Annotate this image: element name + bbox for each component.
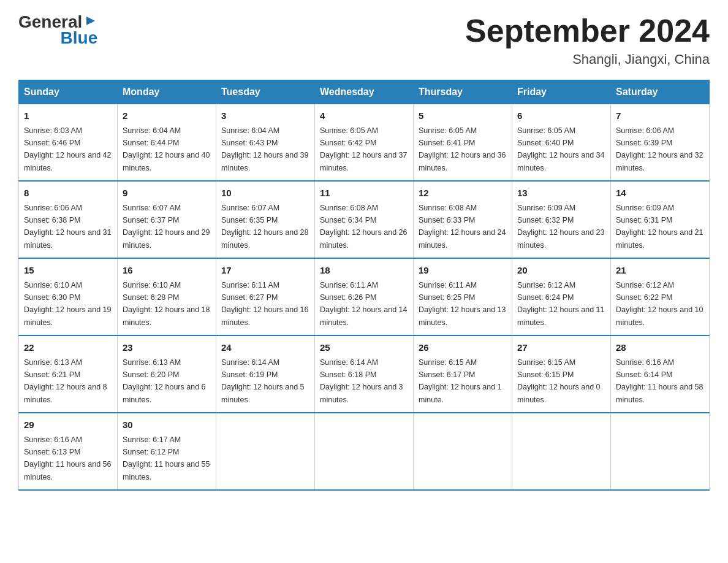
day-number: 20 [517, 264, 605, 278]
day-info: Sunrise: 6:05 AMSunset: 6:40 PMDaylight:… [517, 126, 604, 172]
svg-marker-0 [86, 17, 95, 25]
day-info: Sunrise: 6:13 AMSunset: 6:20 PMDaylight:… [123, 358, 206, 404]
calendar-cell: 14 Sunrise: 6:09 AMSunset: 6:31 PMDaylig… [611, 181, 710, 258]
day-number: 6 [517, 109, 605, 123]
day-info: Sunrise: 6:16 AMSunset: 6:14 PMDaylight:… [616, 358, 703, 404]
day-info: Sunrise: 6:05 AMSunset: 6:42 PMDaylight:… [320, 126, 407, 172]
calendar-cell: 23 Sunrise: 6:13 AMSunset: 6:20 PMDaylig… [118, 335, 216, 413]
day-info: Sunrise: 6:15 AMSunset: 6:17 PMDaylight:… [419, 358, 502, 404]
day-number: 5 [419, 109, 507, 123]
calendar-week-1: 1 Sunrise: 6:03 AMSunset: 6:46 PMDayligh… [19, 104, 710, 182]
col-monday: Monday [118, 80, 216, 104]
calendar-week-5: 29 Sunrise: 6:16 AMSunset: 6:13 PMDaylig… [19, 413, 710, 490]
day-number: 13 [517, 186, 605, 201]
day-number: 25 [320, 341, 408, 355]
calendar-cell: 21 Sunrise: 6:12 AMSunset: 6:22 PMDaylig… [611, 258, 710, 335]
day-number: 29 [24, 418, 112, 432]
day-number: 9 [123, 186, 211, 201]
day-info: Sunrise: 6:07 AMSunset: 6:35 PMDaylight:… [221, 204, 308, 250]
day-number: 15 [24, 264, 112, 278]
day-info: Sunrise: 6:11 AMSunset: 6:25 PMDaylight:… [419, 281, 506, 327]
calendar-cell [315, 413, 414, 490]
calendar-week-3: 15 Sunrise: 6:10 AMSunset: 6:30 PMDaylig… [19, 258, 710, 335]
day-number: 30 [123, 418, 211, 432]
calendar-cell: 18 Sunrise: 6:11 AMSunset: 6:26 PMDaylig… [315, 258, 414, 335]
calendar-cell: 19 Sunrise: 6:11 AMSunset: 6:25 PMDaylig… [414, 258, 512, 335]
day-info: Sunrise: 6:06 AMSunset: 6:39 PMDaylight:… [616, 126, 703, 172]
day-number: 8 [24, 186, 112, 201]
day-info: Sunrise: 6:04 AMSunset: 6:43 PMDaylight:… [221, 126, 308, 172]
day-number: 11 [320, 186, 408, 201]
day-number: 22 [24, 341, 112, 355]
calendar-cell: 12 Sunrise: 6:08 AMSunset: 6:33 PMDaylig… [414, 181, 512, 258]
day-info: Sunrise: 6:03 AMSunset: 6:46 PMDaylight:… [24, 126, 111, 172]
calendar-week-2: 8 Sunrise: 6:06 AMSunset: 6:38 PMDayligh… [19, 181, 710, 258]
calendar-cell: 13 Sunrise: 6:09 AMSunset: 6:32 PMDaylig… [512, 181, 611, 258]
day-info: Sunrise: 6:12 AMSunset: 6:22 PMDaylight:… [616, 281, 703, 327]
calendar-cell: 16 Sunrise: 6:10 AMSunset: 6:28 PMDaylig… [118, 258, 216, 335]
day-info: Sunrise: 6:10 AMSunset: 6:30 PMDaylight:… [24, 281, 111, 327]
day-number: 27 [517, 341, 605, 355]
day-number: 17 [221, 264, 309, 278]
calendar-cell: 11 Sunrise: 6:08 AMSunset: 6:34 PMDaylig… [315, 181, 414, 258]
calendar-header: Sunday Monday Tuesday Wednesday Thursday… [19, 80, 710, 104]
calendar-cell: 8 Sunrise: 6:06 AMSunset: 6:38 PMDayligh… [19, 181, 118, 258]
day-number: 19 [419, 264, 507, 278]
calendar-cell [611, 413, 710, 490]
calendar-cell: 30 Sunrise: 6:17 AMSunset: 6:12 PMDaylig… [118, 413, 216, 490]
day-info: Sunrise: 6:14 AMSunset: 6:18 PMDaylight:… [320, 358, 403, 404]
col-wednesday: Wednesday [315, 80, 414, 104]
month-title: September 2024 [465, 12, 710, 49]
calendar-body: 1 Sunrise: 6:03 AMSunset: 6:46 PMDayligh… [19, 104, 710, 491]
calendar-week-4: 22 Sunrise: 6:13 AMSunset: 6:21 PMDaylig… [19, 335, 710, 413]
calendar-cell: 5 Sunrise: 6:05 AMSunset: 6:41 PMDayligh… [414, 104, 512, 182]
calendar-cell: 26 Sunrise: 6:15 AMSunset: 6:17 PMDaylig… [414, 335, 512, 413]
day-info: Sunrise: 6:05 AMSunset: 6:41 PMDaylight:… [419, 126, 506, 172]
calendar-cell: 6 Sunrise: 6:05 AMSunset: 6:40 PMDayligh… [512, 104, 611, 182]
day-info: Sunrise: 6:09 AMSunset: 6:31 PMDaylight:… [616, 204, 703, 250]
calendar-cell: 28 Sunrise: 6:16 AMSunset: 6:14 PMDaylig… [611, 335, 710, 413]
day-info: Sunrise: 6:12 AMSunset: 6:24 PMDaylight:… [517, 281, 604, 327]
day-info: Sunrise: 6:10 AMSunset: 6:28 PMDaylight:… [123, 281, 210, 327]
calendar-cell: 17 Sunrise: 6:11 AMSunset: 6:27 PMDaylig… [216, 258, 315, 335]
day-info: Sunrise: 6:07 AMSunset: 6:37 PMDaylight:… [123, 204, 210, 250]
header-row: Sunday Monday Tuesday Wednesday Thursday… [19, 80, 710, 104]
day-number: 12 [419, 186, 507, 201]
day-info: Sunrise: 6:09 AMSunset: 6:32 PMDaylight:… [517, 204, 604, 250]
calendar-cell [414, 413, 512, 490]
day-info: Sunrise: 6:04 AMSunset: 6:44 PMDaylight:… [123, 126, 210, 172]
day-number: 10 [221, 186, 309, 201]
day-number: 1 [24, 109, 112, 123]
calendar-cell: 24 Sunrise: 6:14 AMSunset: 6:19 PMDaylig… [216, 335, 315, 413]
day-number: 23 [123, 341, 211, 355]
calendar-cell [512, 413, 611, 490]
logo: General Blue [18, 12, 97, 48]
calendar-cell: 1 Sunrise: 6:03 AMSunset: 6:46 PMDayligh… [19, 104, 118, 182]
calendar-cell: 7 Sunrise: 6:06 AMSunset: 6:39 PMDayligh… [611, 104, 710, 182]
title-section: September 2024 Shangli, Jiangxi, China [465, 12, 710, 67]
day-number: 3 [221, 109, 309, 123]
day-number: 28 [616, 341, 704, 355]
logo-blue-text: Blue [61, 28, 98, 47]
calendar-table: Sunday Monday Tuesday Wednesday Thursday… [18, 80, 710, 491]
day-number: 18 [320, 264, 408, 278]
day-info: Sunrise: 6:15 AMSunset: 6:15 PMDaylight:… [517, 358, 601, 404]
day-number: 4 [320, 109, 408, 123]
calendar-cell: 2 Sunrise: 6:04 AMSunset: 6:44 PMDayligh… [118, 104, 216, 182]
calendar-cell: 4 Sunrise: 6:05 AMSunset: 6:42 PMDayligh… [315, 104, 414, 182]
day-info: Sunrise: 6:06 AMSunset: 6:38 PMDaylight:… [24, 204, 111, 250]
day-number: 14 [616, 186, 704, 201]
day-info: Sunrise: 6:08 AMSunset: 6:33 PMDaylight:… [419, 204, 506, 250]
calendar-cell: 9 Sunrise: 6:07 AMSunset: 6:37 PMDayligh… [118, 181, 216, 258]
day-info: Sunrise: 6:13 AMSunset: 6:21 PMDaylight:… [24, 358, 107, 404]
calendar-cell: 29 Sunrise: 6:16 AMSunset: 6:13 PMDaylig… [19, 413, 118, 490]
calendar-cell: 27 Sunrise: 6:15 AMSunset: 6:15 PMDaylig… [512, 335, 611, 413]
location: Shangli, Jiangxi, China [465, 52, 710, 67]
day-number: 26 [419, 341, 507, 355]
day-info: Sunrise: 6:14 AMSunset: 6:19 PMDaylight:… [221, 358, 305, 404]
day-number: 7 [616, 109, 704, 123]
day-info: Sunrise: 6:17 AMSunset: 6:12 PMDaylight:… [123, 435, 210, 481]
calendar-cell: 22 Sunrise: 6:13 AMSunset: 6:21 PMDaylig… [19, 335, 118, 413]
day-number: 21 [616, 264, 704, 278]
col-friday: Friday [512, 80, 611, 104]
